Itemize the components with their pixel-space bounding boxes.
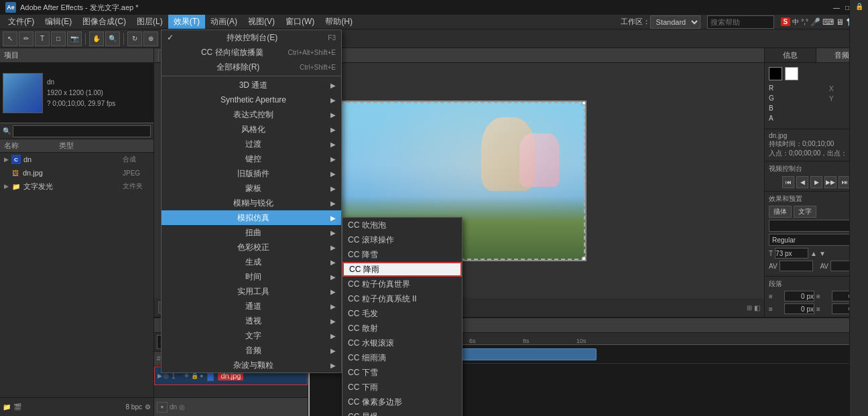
view-icons: ⊞ ◧ <box>747 304 760 311</box>
timeline-right-controls: 🔒 <box>849 0 868 416</box>
sub-item-drizzle[interactable]: CC 细雨滴 <box>343 350 462 365</box>
btn-font[interactable]: 描体 <box>769 206 792 218</box>
tracking-input[interactable] <box>780 261 813 271</box>
sub-item-hair[interactable]: CC 毛发 <box>343 306 462 321</box>
menu-item-perspective[interactable]: 透视 ▶ <box>162 314 341 328</box>
lock-icon[interactable]: 🔒 <box>191 372 198 379</box>
solo-switch[interactable]: ◎ <box>179 403 185 411</box>
menu-edit[interactable]: 编辑(E) <box>40 15 77 29</box>
tab-info[interactable]: 信息 <box>765 48 816 62</box>
menu-item-text[interactable]: 文字 ▶ <box>162 328 341 343</box>
sub-item-bubbles[interactable]: CC 吹泡泡 <box>343 218 462 232</box>
menu-item-remove-all[interactable]: 全部移除(R) Ctrl+Shift+E <box>162 60 341 74</box>
menu-help[interactable]: 帮助(H) <box>320 15 358 29</box>
sub-item-scatter[interactable]: CC 散射 <box>343 321 462 336</box>
sub-item-rainfall[interactable]: CC 降雨 <box>343 262 462 277</box>
menu-animation[interactable]: 动画(A) <box>205 15 243 29</box>
solo-dot[interactable]: ● <box>200 372 203 379</box>
menu-item-time[interactable]: 时间 ▶ <box>162 269 341 284</box>
sub-item-ball-action[interactable]: CC 滚球操作 <box>343 232 462 247</box>
effects-menu: ✓ 持效控制台(E) F3 CC 径向缩放播羹 Ctrl+Alt+Shift+E… <box>161 29 342 373</box>
col-type: 类型 <box>59 141 74 151</box>
btn-prev-frame[interactable]: ◀ <box>796 176 808 188</box>
sub-arrow: ▶ <box>330 273 336 281</box>
menu-item-color[interactable]: 色彩校正 ▶ <box>162 240 341 255</box>
btn-to-start[interactable]: ⏮ <box>782 176 794 188</box>
menu-effects[interactable]: 效果(T) <box>168 15 205 29</box>
bg-color-swatch[interactable] <box>785 67 798 80</box>
sub-item-snowfall[interactable]: CC 降雪 <box>343 247 462 262</box>
tool-text[interactable]: T <box>35 31 50 46</box>
menubar: 文件(F) 编辑(E) 图像合成(C) 图层(L) 效果(T) 动画(A) 视图… <box>0 15 868 29</box>
left-indent-input[interactable] <box>784 291 814 301</box>
menu-item-simulate[interactable]: 模拟仿真 ▶ <box>162 210 341 225</box>
menu-item-distort[interactable]: 扭曲 ▶ <box>162 225 341 240</box>
btn-play[interactable]: ▶ <box>810 176 822 188</box>
fg-color-swatch[interactable] <box>769 67 782 80</box>
menu-item-keying[interactable]: 键控 ▶ <box>162 151 341 166</box>
btn-next-frame[interactable]: ▶▶ <box>824 176 836 188</box>
solo-icon[interactable]: ◎ <box>164 372 169 379</box>
menu-item-stylize[interactable]: 风格化 ▶ <box>162 122 341 137</box>
menu-composition[interactable]: 图像合成(C) <box>77 15 131 29</box>
tool-anchor[interactable]: ⊕ <box>143 31 158 46</box>
menu-item-synthetic[interactable]: Synthetic Aperture ▶ <box>162 92 341 107</box>
item-label: 实用工具 <box>237 286 269 297</box>
x-label: X <box>829 85 834 92</box>
menu-item-expression[interactable]: 表达式控制 ▶ <box>162 107 341 122</box>
sub-item-starburst[interactable]: CC 星爆 <box>343 409 462 416</box>
project-columns: 名称 类型 <box>0 139 153 153</box>
tool-zoom[interactable]: 🔍 <box>105 31 120 46</box>
menu-item-3d[interactable]: 3D 通道 ▶ <box>162 78 341 92</box>
menu-item-legacy[interactable]: 旧版插件 ▶ <box>162 166 341 181</box>
menu-item-generate[interactable]: 生成 ▶ <box>162 255 341 269</box>
menu-item-transition[interactable]: 过渡 ▶ <box>162 137 341 151</box>
menu-item-channel[interactable]: 通道 ▶ <box>162 299 341 314</box>
project-item-dnjpg[interactable]: 🖼 dn.jpg JPEG <box>0 166 153 180</box>
search-input[interactable] <box>707 15 774 29</box>
sub-item-rain[interactable]: CC 下雨 <box>343 380 462 395</box>
project-item-dn[interactable]: ▶ C dn 合成 <box>0 153 153 166</box>
tool-select[interactable]: ↖ <box>3 31 17 46</box>
btn-add-layer[interactable]: + <box>157 402 168 413</box>
new-comp-icon[interactable]: 🎬 <box>13 403 21 411</box>
sub-item-snow[interactable]: CC 下雪 <box>343 365 462 380</box>
eye-icon[interactable]: 👁 <box>184 372 190 379</box>
project-search-input[interactable] <box>13 125 151 137</box>
sub-item-particle-system[interactable]: CC 粒子仿真系统 II <box>343 291 462 306</box>
up-arrow: ▲ <box>810 250 817 257</box>
item-label: 杂波与颗粒 <box>233 360 273 371</box>
project-item-glow[interactable]: ▶ 📁 文字发光 文件夹 <box>0 180 153 193</box>
y-label: Y <box>829 95 834 102</box>
tool-hand[interactable]: ✋ <box>89 31 104 46</box>
mask-icon[interactable]: ◧ <box>754 304 760 311</box>
menu-item-blur[interactable]: 模糊与锐化 ▶ <box>162 196 341 210</box>
lock-all-icon[interactable]: 🔒 <box>855 3 863 10</box>
render-icon[interactable]: ⚙ <box>145 403 151 411</box>
menu-file[interactable]: 文件(F) <box>3 15 40 29</box>
sub-item-mercury[interactable]: CC 水银滚滚 <box>343 336 462 350</box>
menu-item-cc-radial[interactable]: CC 径向缩放播羹 Ctrl+Alt+Shift+E <box>162 45 341 60</box>
new-folder-icon[interactable]: 📁 <box>3 403 11 411</box>
minimize-button[interactable]: — <box>832 3 841 12</box>
workspace-select[interactable]: Standard <box>650 15 700 29</box>
menu-item-utility[interactable]: 实用工具 ▶ <box>162 284 341 299</box>
menu-item-noise[interactable]: 杂波与颗粒 ▶ <box>162 358 341 372</box>
menu-item-matte[interactable]: 蒙板 ▶ <box>162 181 341 196</box>
tool-camera[interactable]: 📷 <box>67 31 82 46</box>
menu-window[interactable]: 窗口(W) <box>280 15 320 29</box>
menu-view[interactable]: 视图(V) <box>243 15 280 29</box>
menu-item-audio[interactable]: 音频 ▶ <box>162 343 341 358</box>
menu-item-effects-control[interactable]: ✓ 持效控制台(E) F3 <box>162 30 341 45</box>
grid-icon[interactable]: ⊞ <box>747 304 752 311</box>
btn-text[interactable]: 文字 <box>794 206 816 218</box>
sub-item-particle-world[interactable]: CC 粒子仿真世界 <box>343 277 462 291</box>
tool-shape[interactable]: □ <box>51 31 66 46</box>
font-size-input[interactable] <box>775 248 808 259</box>
tool-rotate[interactable]: ↻ <box>127 31 142 46</box>
tool-pen[interactable]: ✏ <box>19 31 34 46</box>
av-label2: AV <box>820 263 828 270</box>
sub-item-pixel[interactable]: CC 像素多边形 <box>343 395 462 409</box>
menu-layer[interactable]: 图层(L) <box>131 15 168 29</box>
before-indent-input[interactable] <box>784 303 814 314</box>
